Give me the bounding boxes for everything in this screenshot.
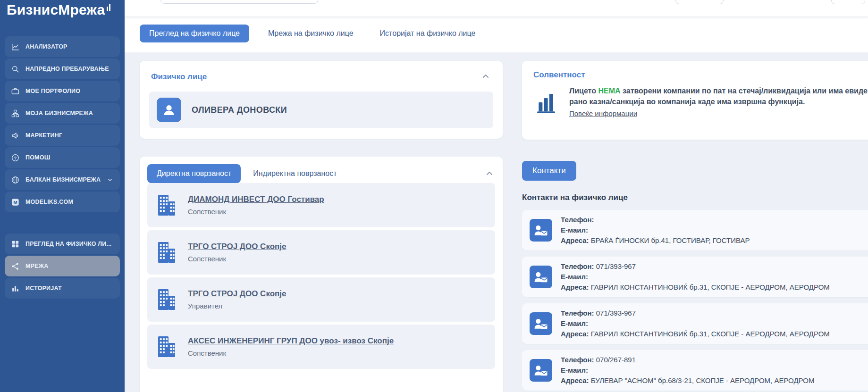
- sidebar-item-portfolio[interactable]: МОЕ ПОРТФОЛИО: [5, 81, 120, 101]
- person-card-header: Физичко лице: [140, 61, 503, 89]
- connection-row: ДИАМОНД ИНВЕСТ ДОО Гостивар Сопственик: [147, 183, 495, 227]
- sidebar-item-advanced-search[interactable]: НАПРЕДНО ПРЕБАРУВАЊЕ: [5, 58, 120, 79]
- sidebar-item-label: МРЕЖА: [25, 263, 48, 269]
- phone-value: 070/267-891: [596, 356, 636, 364]
- phone-label: Телефон:: [561, 309, 594, 317]
- address-value: ГАВРИЛ КОНСТАНТИНОВИЌ бр.31, СКОПЈЕ - АЕ…: [591, 283, 830, 291]
- address-value: БУЛЕВАР "АСНОМ" бр.68/3-21, СКОПЈЕ - АЕР…: [591, 376, 815, 384]
- contact-card-icon: [530, 219, 552, 242]
- contact-phone-line: Телефон: 071/393-967: [561, 261, 830, 272]
- address-value: БРАЌА ЃИНОСКИ бр.41, ГОСТИВАР, ГОСТИВАР: [591, 236, 750, 244]
- sidebar-item-history[interactable]: ИСТОРИЈАТ: [5, 278, 120, 299]
- sidebar-item-label: НАПРЕДНО ПРЕБАРУВАЊЕ: [25, 66, 109, 72]
- connection-role: Сопственик: [188, 208, 324, 216]
- collapse-button[interactable]: [484, 167, 495, 180]
- connection-role: Сопственик: [188, 255, 287, 263]
- briefcase-icon: [11, 87, 20, 96]
- person-card-title: Физичко лице: [151, 72, 207, 82]
- company-link[interactable]: ТРГО СТРОЈ ДОО Скопје: [188, 289, 287, 298]
- person-name: ОЛИВЕРА ДОНОВСКИ: [192, 105, 287, 115]
- sidebar-item-label: МАРКЕТИНГ: [25, 132, 62, 139]
- email-label: Е-маил:: [561, 319, 588, 327]
- phone-label: Телефон:: [561, 356, 594, 364]
- bar-chart-icon: [533, 90, 559, 115]
- address-label: Адреса:: [561, 376, 589, 384]
- email-label: Е-маил:: [561, 366, 588, 374]
- contact-address-line: Адреса: БУЛЕВАР "АСНОМ" бр.68/3-21, СКОП…: [561, 375, 814, 386]
- header-control[interactable]: [831, 0, 865, 4]
- tab-person-network[interactable]: Мрежа на физичко лице: [261, 25, 361, 42]
- chevron-up-icon: [485, 168, 494, 179]
- analyzer-chart-icon: [11, 42, 20, 51]
- contact-details: Телефон: 071/393-967 Е-маил: Адреса: ГАВ…: [561, 308, 830, 339]
- tab-indirect-connections[interactable]: Индиректна поврзаност: [253, 169, 337, 178]
- chevron-up-icon: [481, 71, 490, 82]
- modeliks-icon: M: [11, 198, 20, 207]
- building-icon: [156, 288, 177, 311]
- contacts-button[interactable]: Контакти: [522, 161, 576, 181]
- app-logo[interactable]: БизнисМрежа: [0, 0, 125, 18]
- contact-address-line: Адреса: ГАВРИЛ КОНСТАНТИНОВИЌ бр.31, СКО…: [561, 329, 830, 339]
- connection-info: АКСЕС ИНЖЕНЕРИНГ ГРУП ДОО увоз- извоз Ск…: [188, 336, 394, 357]
- phone-value: 071/393-967: [596, 309, 636, 317]
- header-control[interactable]: [675, 0, 724, 4]
- contact-details: Телефон: 071/393-967 Е-маил: Адреса: ГАВ…: [561, 261, 830, 292]
- contact-phone-line: Телефон: 070/267-891: [561, 355, 814, 365]
- solvency-card: Солвентност Лицето НЕМА затворени компан…: [522, 61, 868, 140]
- connection-info: ТРГО СТРОЈ ДОО Скопје Управител: [188, 289, 287, 310]
- sidebar-item-network[interactable]: МРЕЖА: [5, 256, 120, 276]
- connection-row: АКСЕС ИНЖЕНЕРИНГ ГРУП ДОО увоз- извоз Ск…: [147, 325, 495, 369]
- connections-card: Директна поврзаност Индиректна поврзанос…: [140, 157, 503, 392]
- company-link[interactable]: ДИАМОНД ИНВЕСТ ДОО Гостивар: [188, 195, 324, 204]
- contacts-heading: Контакти на физичко лице: [522, 193, 868, 202]
- sidebar-item-modeliks[interactable]: M MODELIKS.COM: [5, 192, 120, 212]
- contact-email-line: Е-маил:: [561, 272, 830, 282]
- sidebar-item-marketing[interactable]: МАРКЕТИНГ: [5, 125, 120, 146]
- globe-icon: [11, 175, 20, 184]
- email-label: Е-маил:: [561, 273, 588, 281]
- contact-phone-line: Телефон:: [561, 215, 750, 225]
- left-column: Физичко лице ОЛИВЕРА ДОНОВСКИ Директна п…: [140, 61, 503, 392]
- contact-card-icon: [530, 312, 552, 335]
- app-logo-text: БизнисМрежа: [7, 2, 105, 18]
- email-label: Е-маил:: [561, 226, 588, 234]
- search-input[interactable]: [160, 0, 318, 4]
- contact-card: Телефон: 071/393-967 Е-маил: Адреса: ГАВ…: [522, 257, 868, 297]
- phone-label: Телефон:: [561, 262, 594, 270]
- solvency-card-header: Солвентност: [522, 61, 868, 85]
- building-icon: [156, 241, 177, 264]
- collapse-button[interactable]: [480, 70, 491, 83]
- svg-text:?: ?: [14, 155, 17, 160]
- megaphone-icon: [11, 131, 20, 140]
- tab-person-overview[interactable]: Преглед на физичко лице: [140, 25, 249, 42]
- sidebar-item-help[interactable]: ? ПОМОШ: [5, 147, 120, 168]
- sidebar-item-label: АНАЛИЗАТОР: [25, 43, 67, 50]
- solvency-text: Лицето НЕМА затворени компании по пат на…: [569, 85, 868, 119]
- connection-row: ТРГО СТРОЈ ДОО Скопје Управител: [147, 277, 495, 322]
- solvency-status-highlight: НЕМА: [598, 87, 620, 95]
- sidebar-item-analyzer[interactable]: АНАЛИЗАТОР: [5, 36, 120, 57]
- sidebar: БизнисМрежа АНАЛИЗАТОР НАПРЕДНО ПРЕБАРУВ…: [0, 0, 125, 392]
- chevron-down-icon[interactable]: [106, 176, 114, 183]
- building-icon: [156, 193, 177, 217]
- sidebar-item-balkan-network[interactable]: БАЛКАН БИЗНИСМРЕЖА: [5, 169, 120, 190]
- sidebar-item-person-overview[interactable]: ПРЕГЛЕД НА ФИЗИЧКО ЛИ...: [5, 234, 120, 254]
- person-row: ОЛИВЕРА ДОНОВСКИ: [149, 92, 493, 128]
- tab-person-history[interactable]: Историјат на физичко лице: [372, 25, 483, 42]
- page-tabs: Преглед на физичко лице Мрежа на физичко…: [140, 25, 483, 42]
- solvency-text-prefix: Лицето: [569, 87, 598, 95]
- sidebar-item-label: ПОМОШ: [25, 154, 50, 161]
- tab-direct-connections[interactable]: Директна поврзаност: [147, 164, 241, 183]
- connection-info: ТРГО СТРОЈ ДОО Скопје Сопственик: [188, 242, 287, 263]
- sidebar-item-label: МОЕ ПОРТФОЛИО: [25, 88, 80, 94]
- more-info-link[interactable]: Повеќе информации: [569, 108, 637, 119]
- phone-value: 071/393-967: [596, 262, 636, 270]
- contact-email-line: Е-маил:: [561, 365, 814, 375]
- company-link[interactable]: ТРГО СТРОЈ ДОО Скопје: [188, 242, 287, 251]
- svg-text:M: M: [13, 200, 17, 205]
- logo-mark-icon: [106, 4, 112, 11]
- company-link[interactable]: АКСЕС ИНЖЕНЕРИНГ ГРУП ДОО увоз- извоз Ск…: [188, 336, 394, 345]
- sidebar-item-my-business-network[interactable]: МОЈА БИЗНИСМРЕЖА: [5, 103, 120, 124]
- sidebar-item-label: БАЛКАН БИЗНИСМРЕЖА: [25, 176, 101, 183]
- contact-email-line: Е-маил:: [561, 318, 830, 329]
